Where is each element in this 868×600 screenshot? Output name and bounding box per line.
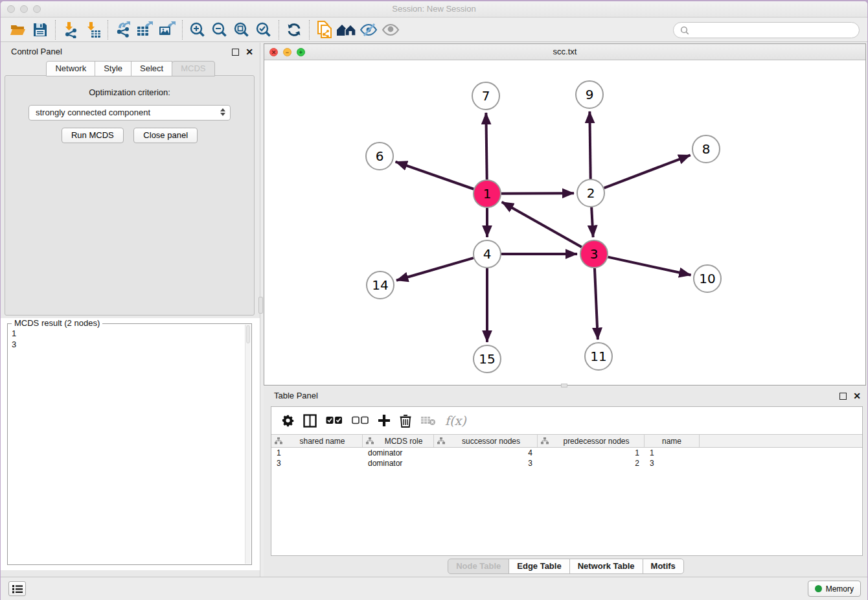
mcds-result-title: MCDS result (2 nodes) (12, 318, 102, 328)
memory-status-icon (815, 585, 822, 592)
mcds-result-area: MCDS result (2 nodes) 13 (1, 318, 260, 570)
graph-edge-1-7[interactable] (486, 113, 486, 179)
graph-edge-1-2[interactable] (501, 193, 574, 194)
task-history-button[interactable] (8, 581, 26, 596)
zoom-fit-button[interactable] (231, 19, 253, 40)
graph-edge-4-14[interactable] (396, 258, 474, 281)
optimization-criterion-label: Optimization criterion: (5, 87, 254, 97)
network-window-titlebar[interactable]: ✕ − + scc.txt (264, 44, 865, 60)
table-row[interactable]: 3dominator323 (271, 458, 862, 468)
memory-button-label: Memory (826, 584, 854, 594)
open-folder-icon (10, 22, 27, 38)
graph-node-label: 14 (372, 277, 388, 293)
network-file-button[interactable] (314, 19, 336, 40)
zoom-in-button[interactable] (187, 19, 209, 40)
export-network-button[interactable] (112, 19, 134, 40)
panel-splitter-handle[interactable] (258, 297, 263, 314)
table-cell[interactable]: 3 (434, 458, 538, 468)
tab-network-table[interactable]: Network Table (569, 559, 643, 574)
tab-style[interactable]: Style (95, 61, 131, 76)
run-mcds-button[interactable]: Run MCDS (62, 128, 124, 143)
table-cell[interactable]: 3 (645, 458, 700, 468)
zoom-selected-button[interactable] (253, 19, 275, 40)
network-graph: 7968124314101511 (264, 60, 865, 385)
table-cell[interactable]: 1 (271, 448, 363, 458)
network-window-title: scc.txt (264, 47, 865, 56)
add-row-button[interactable] (378, 414, 391, 427)
network-splitter-handle[interactable] (561, 384, 567, 387)
unselect-all-icon (352, 416, 369, 425)
zoom-out-button[interactable] (209, 19, 231, 40)
memory-button[interactable]: Memory (808, 581, 861, 597)
hide-button[interactable] (358, 19, 380, 40)
table-settings-button[interactable] (282, 415, 294, 427)
close-table-panel-icon[interactable]: ✕ (853, 393, 861, 400)
graph-edge-3-11[interactable] (595, 268, 598, 340)
show-columns-button[interactable] (303, 414, 317, 428)
close-panel-icon[interactable]: ✕ (246, 49, 253, 56)
graph-edge-2-3[interactable] (591, 207, 593, 237)
control-panel-title: Control Panel (11, 47, 62, 56)
network-canvas[interactable]: 7968124314101511 (264, 60, 865, 385)
toolbar-separator (309, 20, 310, 40)
graph-edge-1-6[interactable] (396, 162, 474, 189)
graph-node-label: 7 (482, 88, 490, 104)
plus-icon (378, 414, 391, 427)
table-row[interactable]: 1dominator411 (271, 448, 862, 458)
apply-function-button[interactable]: f(x) (445, 413, 466, 428)
export-image-button[interactable] (156, 19, 178, 40)
column-hierarchy-icon (437, 437, 445, 444)
unselect-all-button[interactable] (352, 416, 369, 425)
refresh-button[interactable] (283, 19, 305, 40)
close-panel-button[interactable]: Close panel (133, 128, 198, 143)
graph-node-label: 3 (590, 246, 599, 262)
column-header-predecessor-nodes[interactable]: predecessor nodes (538, 435, 645, 447)
result-scrollbar[interactable] (245, 325, 251, 564)
criterion-dropdown[interactable]: strongly connected component (29, 105, 231, 121)
home-button[interactable] (336, 19, 358, 40)
delete-row-button[interactable] (400, 414, 411, 428)
export-table-button[interactable] (134, 19, 156, 40)
column-hierarchy-icon (541, 437, 549, 444)
table-cell[interactable]: dominator (363, 448, 434, 458)
import-network-button[interactable] (60, 19, 82, 40)
table-cell[interactable]: 4 (434, 448, 538, 458)
graph-node-label: 2 (587, 185, 595, 201)
graph-node-label: 4 (483, 246, 492, 262)
save-session-button[interactable] (29, 19, 51, 40)
column-header-successor-nodes[interactable]: successor nodes (434, 435, 538, 447)
import-table-button[interactable] (82, 19, 104, 40)
search-field[interactable] (673, 22, 860, 38)
column-header-MCDS-role[interactable]: MCDS role (363, 435, 434, 447)
tab-node-table[interactable]: Node Table (448, 559, 509, 574)
float-panel-icon[interactable] (232, 49, 239, 56)
graph-edge-3-1[interactable] (502, 202, 582, 247)
graph-edge-2-9[interactable] (589, 111, 590, 179)
toolbar-separator (182, 20, 183, 40)
table-cell[interactable]: 1 (538, 448, 645, 458)
table-cell[interactable]: 1 (645, 448, 700, 458)
select-all-button[interactable] (326, 416, 343, 425)
open-file-button[interactable] (7, 19, 29, 40)
tab-edge-table[interactable]: Edge Table (508, 559, 569, 574)
tab-mcds[interactable]: MCDS (172, 61, 214, 76)
column-header-label: shared name (282, 437, 362, 446)
tab-motifs[interactable]: Motifs (643, 559, 684, 574)
column-header-label: name (645, 437, 699, 446)
graph-edge-2-8[interactable] (604, 155, 691, 188)
show-button[interactable] (380, 19, 402, 40)
column-header-shared-name[interactable]: shared name (271, 435, 363, 447)
float-table-panel-icon[interactable] (839, 393, 847, 400)
export-image-icon (158, 21, 176, 38)
table-cell[interactable]: 2 (538, 458, 645, 468)
save-icon (32, 22, 48, 38)
delete-column-button[interactable] (420, 415, 436, 426)
column-header-name[interactable]: name (645, 435, 700, 447)
search-input[interactable] (693, 26, 852, 35)
tab-network[interactable]: Network (46, 61, 95, 76)
mcds-result-list[interactable]: 13 (12, 328, 244, 562)
table-cell[interactable]: 3 (271, 458, 363, 468)
graph-edge-3-10[interactable] (608, 257, 691, 275)
tab-select[interactable]: Select (131, 61, 172, 76)
table-cell[interactable]: dominator (363, 458, 434, 468)
